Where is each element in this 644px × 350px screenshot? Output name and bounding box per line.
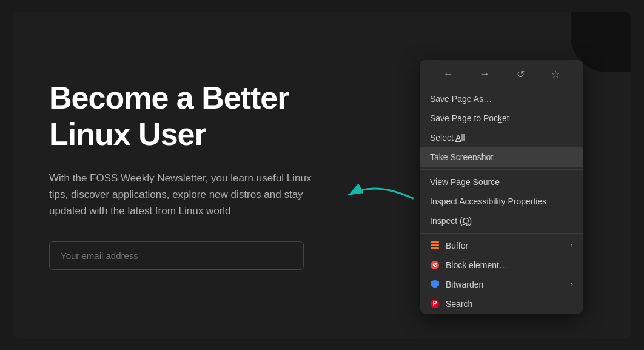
view-source-label: View Page Source [430,177,500,187]
take-screenshot-label: Take Screenshot [430,152,493,162]
menu-item-select-all[interactable]: Select All [420,128,583,147]
select-all-label: Select All [430,133,465,143]
teal-arrow [343,181,416,220]
page-subtext: With the FOSS Weekly Newsletter, you lea… [49,170,328,220]
menu-item-search[interactable]: P Search [420,294,583,314]
page-headline: Become a Better Linux User [49,80,328,153]
bookmark-button[interactable]: ☆ [546,66,565,82]
menu-item-save-pocket[interactable]: Save Page to Pocket [420,109,583,128]
save-pocket-label: Save Page to Pocket [430,113,509,123]
buffer-icon [430,241,440,251]
menu-item-inspect-accessibility[interactable]: Inspect Accessibility Properties [420,192,583,211]
menu-item-inspect[interactable]: Inspect (Q) [420,211,583,231]
divider-1 [420,169,583,170]
menu-item-view-source[interactable]: View Page Source [420,172,583,192]
search-label: Search [446,299,472,309]
page-wrapper: Become a Better Linux User With the FOSS… [13,12,631,339]
menu-item-buffer[interactable]: Buffer › [420,236,583,255]
block-icon: ⊘ [430,260,440,270]
bitwarden-label: Bitwarden [446,280,483,289]
email-input-wrapper[interactable] [49,241,304,270]
menu-item-save-page-as[interactable]: Save Page As… [420,89,583,109]
back-button[interactable]: ← [438,66,458,82]
reload-button[interactable]: ↺ [512,66,529,82]
email-input[interactable] [61,251,292,261]
forward-button[interactable]: → [475,66,494,82]
inspect-label: Inspect (Q) [430,216,472,226]
block-element-label: Block element… [446,260,508,270]
main-content: Become a Better Linux User With the FOSS… [13,44,364,306]
inspect-accessibility-label: Inspect Accessibility Properties [430,197,546,206]
menu-item-bitwarden[interactable]: Bitwarden › [420,275,583,294]
menu-item-take-screenshot[interactable]: Take Screenshot [420,147,583,167]
context-menu: ← → ↺ ☆ Save Page As… Save Page to Pocke… [420,60,583,314]
buffer-arrow-icon: › [571,241,573,250]
bitwarden-arrow-icon: › [571,280,573,289]
save-page-as-label: Save Page As… [430,94,492,104]
bitwarden-icon [430,280,440,289]
browser-nav-bar: ← → ↺ ☆ [420,60,583,89]
search-p-icon: P [430,299,440,309]
buffer-label: Buffer [446,241,468,251]
divider-2 [420,233,583,234]
menu-item-block-element[interactable]: ⊘ Block element… [420,255,583,275]
